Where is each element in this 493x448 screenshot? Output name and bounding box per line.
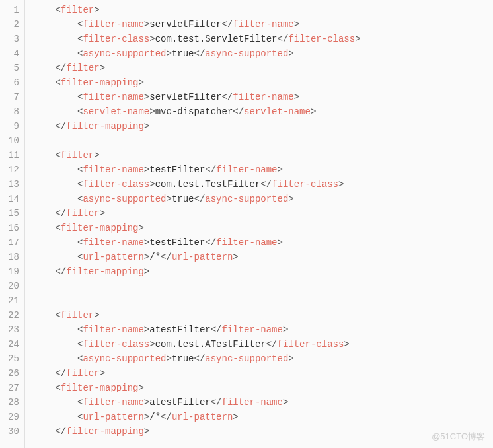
token-punct: > [94, 5, 99, 15]
token-tag: filter-name [233, 19, 293, 30]
token-punct: > [288, 354, 293, 364]
code-line: <filter-class>com.test.ServletFilter</fi… [33, 32, 493, 46]
token-tag: servlet-name [244, 106, 311, 117]
token-txt: com.test.ATestFilter [155, 339, 266, 350]
token-txt: testFilter [149, 165, 205, 175]
token-punct: > [311, 106, 316, 117]
token-punct: < [55, 223, 60, 233]
token-tag: filter-name [83, 397, 143, 408]
token-tag: filter [61, 150, 94, 161]
token-punct: </ [260, 179, 272, 190]
line-number: 23 [8, 322, 19, 337]
token-tag: filter-class [83, 34, 149, 44]
token-punct: > [144, 19, 149, 30]
code-line: <filter-name>atestFilter</filter-name> [33, 395, 493, 410]
token-tag: async-supported [83, 354, 166, 364]
token-punct: </ [161, 412, 172, 422]
token-tag: filter-name [233, 92, 293, 102]
token-tag: filter-class [272, 179, 338, 190]
token-tag: filter-class [83, 179, 149, 190]
line-number: 3 [8, 32, 19, 46]
line-number: 26 [8, 366, 19, 381]
code-line: </filter> [33, 366, 493, 381]
token-punct: > [288, 48, 293, 59]
token-punct: </ [55, 208, 66, 219]
token-punct: </ [55, 426, 66, 437]
token-tag: filter-mapping [66, 266, 144, 277]
token-punct: </ [194, 354, 205, 364]
token-punct: > [166, 194, 171, 204]
token-punct: > [138, 77, 143, 88]
code-line: <filter> [33, 3, 493, 17]
line-number: 20 [8, 279, 19, 293]
code-line: <filter-class>com.test.ATestFilter</filt… [33, 337, 493, 352]
token-punct: > [138, 223, 143, 233]
token-txt: servletFilter [149, 19, 221, 30]
token-punct: > [278, 237, 283, 248]
token-tag: filter [66, 208, 99, 219]
token-txt: /* [149, 252, 161, 262]
token-punct: > [144, 237, 149, 248]
token-punct: > [144, 92, 149, 102]
line-number: 12 [8, 163, 19, 177]
line-number: 1 [8, 3, 19, 17]
line-number: 4 [8, 46, 19, 61]
line-number-gutter: 1234567891011121314151617181920212223242… [0, 0, 25, 448]
token-punct: > [94, 310, 99, 320]
code-line: </filter-mapping> [33, 119, 493, 133]
line-number: 14 [8, 192, 19, 206]
token-tag: url-pattern [83, 252, 143, 262]
token-punct: > [138, 383, 143, 393]
token-txt: servletFilter [149, 92, 221, 102]
token-txt: com.test.ServletFilter [155, 34, 278, 44]
code-line: <async-supported>true</async-supported> [33, 46, 493, 61]
token-tag: filter-name [222, 397, 283, 408]
token-punct: </ [194, 48, 205, 59]
code-line: <filter> [33, 148, 493, 163]
token-punct: </ [205, 165, 216, 175]
token-punct: </ [233, 106, 244, 117]
token-punct: < [55, 310, 60, 320]
token-txt: atestFilter [149, 397, 210, 408]
token-tag: filter-name [83, 237, 143, 248]
code-line: <async-supported>true</async-supported> [33, 192, 493, 206]
token-punct: > [144, 121, 149, 131]
line-number: 27 [8, 381, 19, 395]
token-punct: > [355, 34, 360, 44]
token-tag: async-supported [205, 194, 288, 204]
token-tag: filter-class [288, 34, 355, 44]
line-number: 21 [8, 293, 19, 308]
token-punct: > [294, 19, 299, 30]
token-punct: < [55, 5, 60, 15]
token-tag: filter [61, 310, 94, 320]
line-number: 29 [8, 410, 19, 424]
token-punct: > [144, 324, 149, 335]
token-punct: </ [221, 92, 233, 102]
token-punct: < [55, 150, 60, 161]
code-line: <filter-name>servletFilter</filter-name> [33, 17, 493, 32]
token-punct: </ [161, 252, 172, 262]
code-line [33, 279, 493, 293]
code-line [33, 293, 493, 308]
token-tag: filter-name [83, 165, 143, 175]
token-tag: async-supported [205, 354, 288, 364]
token-punct: > [166, 48, 171, 59]
code-line: <filter> [33, 308, 493, 322]
token-punct: > [283, 397, 288, 408]
token-punct: > [283, 324, 288, 335]
token-punct: </ [221, 19, 233, 30]
line-number: 19 [8, 264, 19, 279]
line-number: 16 [8, 221, 19, 235]
watermark: @51CTO博客 [432, 431, 485, 443]
token-punct: > [144, 165, 149, 175]
line-number: 24 [8, 337, 19, 352]
token-punct: </ [55, 121, 66, 131]
token-tag: filter [61, 5, 94, 15]
line-number: 2 [8, 17, 19, 32]
token-punct: > [288, 194, 293, 204]
code-line: <url-pattern>/*</url-pattern> [33, 410, 493, 424]
code-line: <filter-mapping> [33, 381, 493, 395]
token-tag: filter [66, 63, 99, 73]
token-punct: > [144, 426, 149, 437]
token-tag: filter-class [83, 339, 149, 350]
